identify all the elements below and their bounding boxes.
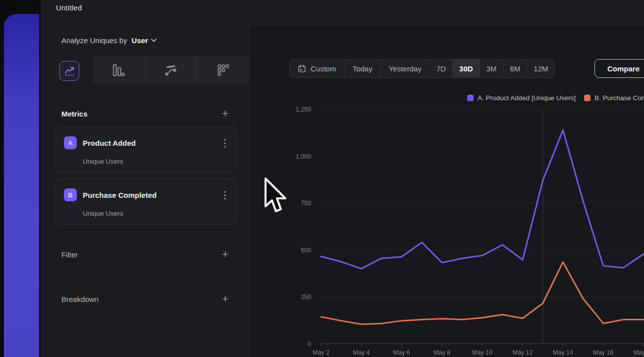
line-chart-svg: 02505007501,0001,250May 2May 4May 6May 8… (250, 104, 644, 357)
title-bar: Untitled (41, 0, 644, 25)
flows-icon (164, 64, 177, 77)
kebab-icon (224, 191, 226, 200)
bar-chart-icon (112, 63, 125, 77)
legend-swatch-orange (584, 95, 590, 101)
tab-retention[interactable] (197, 56, 249, 85)
legend-label: A. Product Added [Unique Users] (478, 94, 576, 102)
chart-type-tabs (93, 56, 249, 85)
svg-text:May 6: May 6 (393, 349, 410, 356)
chart-legend: A. Product Added [Unique Users] B. Purch… (467, 94, 644, 102)
svg-text:May 12: May 12 (513, 349, 533, 356)
svg-text:0: 0 (308, 341, 311, 348)
add-filter-button[interactable]: + (222, 249, 228, 259)
svg-text:500: 500 (301, 247, 311, 254)
svg-text:750: 750 (301, 200, 311, 207)
range-7d-button[interactable]: 7D (429, 60, 452, 77)
breakdown-header: Breakdown + (41, 291, 250, 307)
line-chart[interactable]: 02505007501,0001,250May 2May 4May 6May 8… (250, 104, 644, 357)
add-metric-button[interactable]: + (222, 109, 228, 119)
analytics-window: Untitled Analyze Uniques by User (41, 0, 644, 357)
add-breakdown-button[interactable]: + (222, 294, 228, 304)
filter-title: Filter (61, 250, 78, 259)
line-chart-icon (64, 65, 75, 77)
filter-header: Filter + (41, 246, 250, 262)
svg-text:1,250: 1,250 (296, 106, 311, 113)
breakdown-title: Breakdown (61, 295, 99, 303)
metric-badge-b: B (64, 188, 77, 201)
metric-subtitle[interactable]: Unique Users (83, 210, 123, 217)
metric-subtitle[interactable]: Unique Users (83, 158, 123, 165)
tab-insights-active[interactable] (59, 61, 79, 81)
metric-name: Purchase Completed (83, 191, 157, 199)
analyze-by-dropdown[interactable]: User (132, 36, 157, 45)
range-6m-button[interactable]: 6M (503, 60, 527, 77)
date-range-group: Custom Today Yesterday 7D 30D 3M 6M 12M (289, 59, 555, 78)
legend-swatch-purple (467, 95, 474, 101)
analyze-by-row: Analyze Uniques by User (41, 25, 250, 56)
metrics-header: Metrics + (41, 106, 250, 121)
range-label: Custom (311, 64, 336, 73)
range-3m-button[interactable]: 3M (480, 60, 503, 77)
retention-grid-icon (217, 64, 229, 76)
tab-bar-chart[interactable] (93, 56, 145, 85)
backdrop-gradient (4, 14, 39, 357)
metric-menu-button[interactable] (220, 190, 229, 201)
desktop-backdrop (0, 0, 41, 357)
svg-text:May 16: May 16 (593, 349, 613, 356)
metric-badge-a: A (64, 136, 77, 149)
metrics-title: Metrics (61, 110, 88, 118)
app-screenshot: Untitled Analyze Uniques by User (0, 0, 644, 357)
legend-item-b: B. Purchase Completed [Unique Users] (584, 94, 644, 102)
range-today-button[interactable]: Today (344, 60, 380, 77)
report-title[interactable]: Untitled (56, 3, 82, 12)
calendar-icon (298, 64, 306, 73)
svg-text:1,000: 1,000 (296, 153, 311, 160)
analyze-by-label: Analyze Uniques by (61, 36, 127, 45)
range-30d-button[interactable]: 30D (452, 60, 480, 77)
metric-card-b[interactable]: B Purchase Completed Unique Users (54, 178, 237, 225)
analyze-by-value: User (132, 36, 148, 45)
legend-item-a: A. Product Added [Unique Users] (467, 94, 576, 102)
legend-label: B. Purchase Completed [Unique Users] (594, 94, 644, 102)
svg-text:May 14: May 14 (553, 349, 573, 356)
metric-menu-button[interactable] (220, 138, 229, 149)
compare-button[interactable]: Compare (594, 59, 644, 78)
range-custom-button[interactable]: Custom (290, 60, 344, 77)
metric-card-a[interactable]: A Product Added Unique Users (54, 126, 237, 173)
range-yesterday-button[interactable]: Yesterday (380, 60, 429, 77)
range-12m-button[interactable]: 12M (527, 60, 554, 77)
chevron-down-icon (151, 39, 157, 42)
tab-flows[interactable] (145, 56, 197, 85)
svg-text:May 4: May 4 (353, 349, 370, 356)
query-sidebar: Analyze Uniques by User (41, 25, 250, 357)
svg-text:May 10: May 10 (472, 349, 492, 356)
svg-text:May 8: May 8 (433, 349, 450, 356)
svg-text:250: 250 (301, 294, 311, 300)
kebab-icon (224, 139, 226, 148)
svg-text:May 18: May 18 (634, 349, 644, 356)
chart-panel: Custom Today Yesterday 7D 30D 3M 6M 12M … (250, 25, 644, 357)
metric-name: Product Added (83, 139, 136, 147)
svg-text:May 2: May 2 (313, 349, 329, 356)
